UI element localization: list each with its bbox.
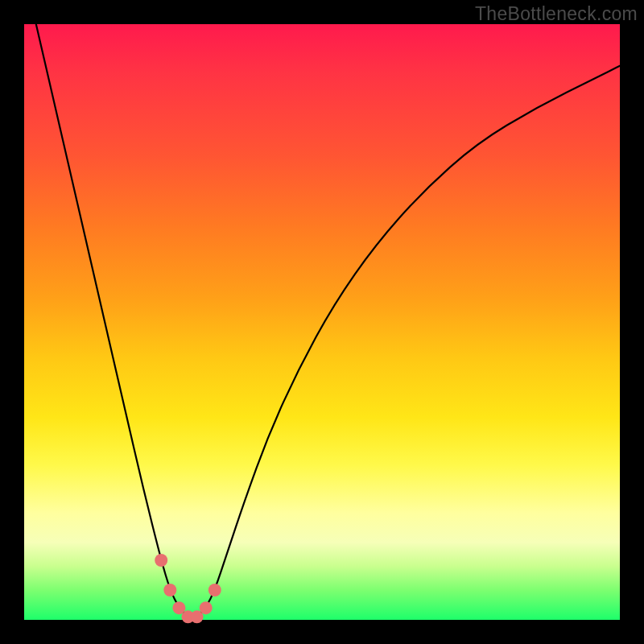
highlight-point (208, 584, 221, 597)
bottleneck-curve (36, 24, 620, 617)
highlight-point (155, 554, 167, 567)
curve-layer (24, 24, 620, 620)
highlight-points (155, 554, 221, 623)
highlight-point (200, 601, 213, 614)
highlight-point (163, 584, 176, 597)
plot-area (24, 24, 620, 620)
chart-frame: TheBottleneck.com (0, 0, 644, 644)
watermark-text: TheBottleneck.com (475, 3, 638, 25)
